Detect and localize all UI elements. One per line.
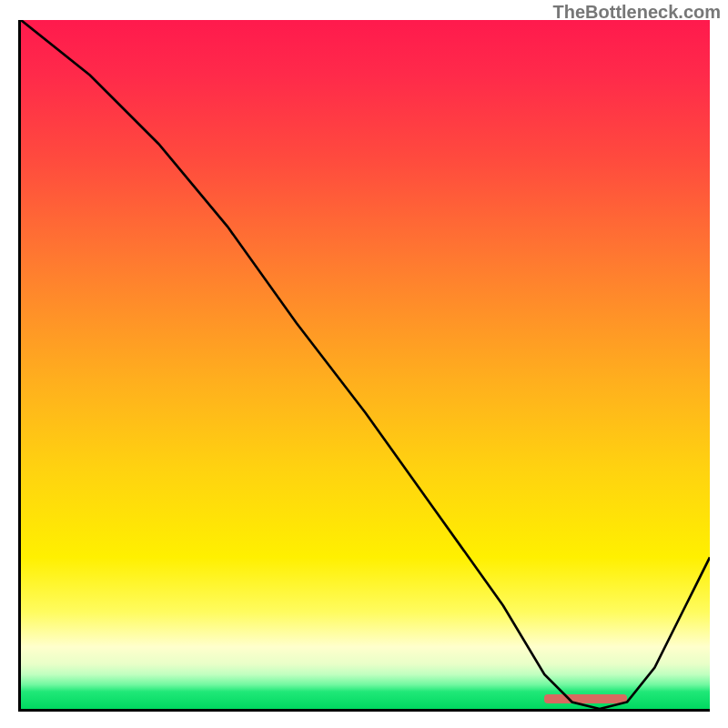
- plot-area: [18, 20, 710, 712]
- watermark-text: TheBottleneck.com: [553, 2, 721, 23]
- chart-container: TheBottleneck.com: [0, 0, 728, 728]
- bottleneck-curve: [21, 20, 710, 709]
